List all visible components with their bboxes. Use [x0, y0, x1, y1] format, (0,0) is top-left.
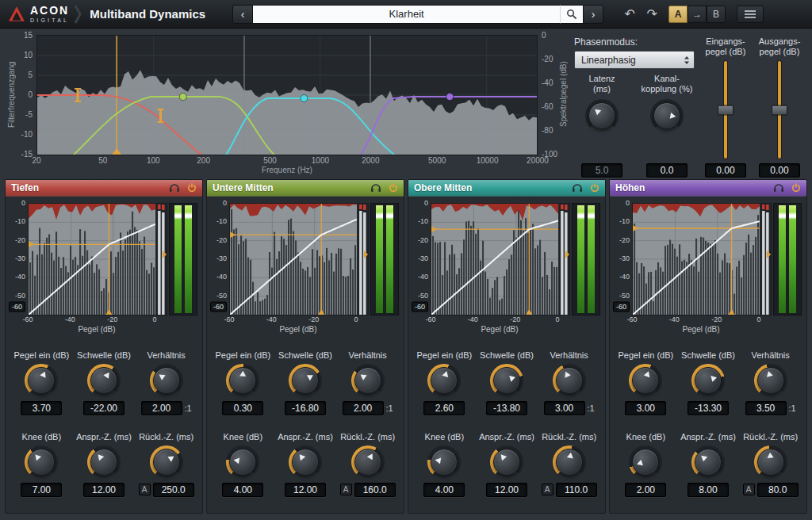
ratio-knob[interactable]	[754, 364, 787, 397]
attack-knob[interactable]	[691, 445, 725, 479]
knee-knob[interactable]	[25, 445, 58, 479]
latency-knob[interactable]	[585, 99, 619, 132]
input-gain-control: Pegel ein (dB) 0.30	[212, 350, 274, 415]
ratio-suffix: :1	[789, 403, 796, 413]
auto-release-button[interactable]: A	[139, 484, 151, 495]
headphones-solo-icon[interactable]	[370, 183, 381, 193]
attack-knob[interactable]	[87, 445, 121, 479]
threshold-value[interactable]: -13.30	[688, 401, 729, 415]
output-gain-slider[interactable]	[772, 61, 787, 159]
release-control: Rückl.-Z. (ms) A250.0	[135, 432, 197, 497]
knee-knob[interactable]	[226, 445, 259, 479]
release-knob[interactable]	[351, 445, 385, 479]
attack-value[interactable]: 12.00	[83, 483, 124, 497]
channel-coupling-knob[interactable]	[650, 99, 684, 132]
attack-value[interactable]: 8.00	[688, 483, 729, 497]
preset-browser: ‹ Klarheit ›	[232, 5, 603, 24]
attack-value[interactable]: 12.00	[486, 483, 527, 497]
band-range-button[interactable]: -60	[9, 302, 25, 312]
power-icon[interactable]	[187, 183, 197, 193]
ratio-value[interactable]: 3.00	[544, 401, 585, 415]
ab-copy-button[interactable]: →	[688, 6, 707, 23]
knee-knob[interactable]	[427, 445, 461, 479]
attack-knob[interactable]	[490, 445, 523, 479]
auto-release-button[interactable]: A	[542, 484, 553, 495]
knee-value[interactable]: 4.00	[423, 483, 465, 497]
ratio-value[interactable]: 2.00	[141, 401, 182, 415]
band-plot[interactable]	[28, 203, 167, 315]
preset-next-button[interactable]: ›	[583, 5, 603, 24]
band-range-button[interactable]: -60	[210, 302, 227, 312]
ratio-knob[interactable]	[150, 364, 183, 397]
release-value[interactable]: 160.0	[354, 483, 396, 497]
knee-value[interactable]: 4.00	[222, 483, 263, 497]
knob-label: Knee (dB)	[224, 432, 263, 442]
attack-knob[interactable]	[289, 445, 322, 479]
threshold-knob[interactable]	[87, 364, 121, 397]
release-control: Rückl.-Z. (ms) A80.0	[739, 432, 802, 497]
release-value[interactable]: 250.0	[153, 483, 194, 497]
release-knob[interactable]	[553, 445, 586, 479]
input-gain-slider[interactable]	[718, 61, 733, 159]
release-knob[interactable]	[754, 445, 787, 479]
knee-value[interactable]: 2.00	[625, 483, 666, 497]
threshold-knob[interactable]	[490, 364, 523, 397]
power-icon[interactable]	[389, 183, 398, 193]
threshold-value[interactable]: -13.80	[486, 401, 527, 415]
band-plot[interactable]	[229, 203, 369, 315]
preset-prev-button[interactable]: ‹	[232, 5, 253, 24]
knee-knob[interactable]	[629, 445, 662, 479]
band-xaxis: -60-40-200 Pegel (dB)	[632, 315, 770, 336]
auto-release-button[interactable]: A	[743, 484, 755, 495]
headphones-solo-icon[interactable]	[169, 183, 180, 193]
release-value[interactable]: 80.0	[757, 483, 799, 497]
band-header[interactable]: Obere Mitten	[408, 180, 605, 197]
headphones-solo-icon[interactable]	[773, 183, 784, 193]
headphones-solo-icon[interactable]	[572, 183, 583, 193]
ratio-knob[interactable]	[553, 364, 586, 397]
ratio-value[interactable]: 2.00	[343, 401, 384, 415]
band-header[interactable]: Untere Mitten	[207, 180, 404, 197]
redo-button[interactable]: ↷	[643, 6, 661, 23]
ratio-value[interactable]: 3.50	[745, 401, 787, 415]
ab-a-button[interactable]: A	[668, 6, 688, 23]
latency-value[interactable]: 5.0	[581, 163, 622, 178]
band-plot[interactable]	[632, 203, 772, 315]
input-gain-knob[interactable]	[226, 364, 259, 397]
input-gain-value[interactable]: 0.30	[222, 401, 263, 415]
threshold-value[interactable]: -16.80	[285, 401, 326, 415]
threshold-value[interactable]: -22.00	[83, 401, 124, 415]
meter-bar	[386, 205, 393, 313]
knee-value[interactable]: 7.00	[21, 483, 62, 497]
input-gain-knob[interactable]	[25, 364, 58, 397]
input-gain-value[interactable]: 0.00	[705, 163, 746, 178]
input-gain-knob[interactable]	[427, 364, 461, 397]
release-knob[interactable]	[150, 445, 183, 479]
power-icon[interactable]	[791, 183, 801, 193]
preset-menu-button[interactable]	[737, 6, 764, 23]
band-plot[interactable]	[431, 203, 570, 315]
preset-search-button[interactable]	[560, 5, 583, 24]
input-gain-knob[interactable]	[629, 364, 662, 397]
ratio-knob[interactable]	[351, 364, 385, 397]
auto-release-button[interactable]: A	[340, 484, 352, 495]
threshold-knob[interactable]	[289, 364, 322, 397]
phase-mode-select[interactable]: Linearphasig	[574, 51, 695, 69]
input-gain-value[interactable]: 3.00	[625, 401, 666, 415]
band-range-button[interactable]: -60	[412, 302, 428, 312]
input-gain-value[interactable]: 2.60	[423, 401, 465, 415]
output-gain-value[interactable]: 0.00	[759, 163, 800, 178]
channel-coupling-value[interactable]: 0.0	[646, 163, 688, 178]
undo-button[interactable]: ↶	[621, 6, 638, 23]
threshold-knob[interactable]	[691, 364, 725, 397]
crossover-plot[interactable]	[36, 35, 538, 155]
ab-b-button[interactable]: B	[707, 6, 726, 23]
band-range-button[interactable]: -60	[613, 302, 630, 312]
release-value[interactable]: 110.0	[556, 483, 597, 497]
input-gain-value[interactable]: 3.70	[21, 401, 62, 415]
band-header[interactable]: Tiefen	[6, 180, 202, 197]
band-header[interactable]: Höhen	[610, 180, 806, 197]
attack-value[interactable]: 12.00	[285, 483, 326, 497]
preset-name-field[interactable]: Klarheit	[253, 5, 560, 24]
power-icon[interactable]	[590, 183, 599, 193]
